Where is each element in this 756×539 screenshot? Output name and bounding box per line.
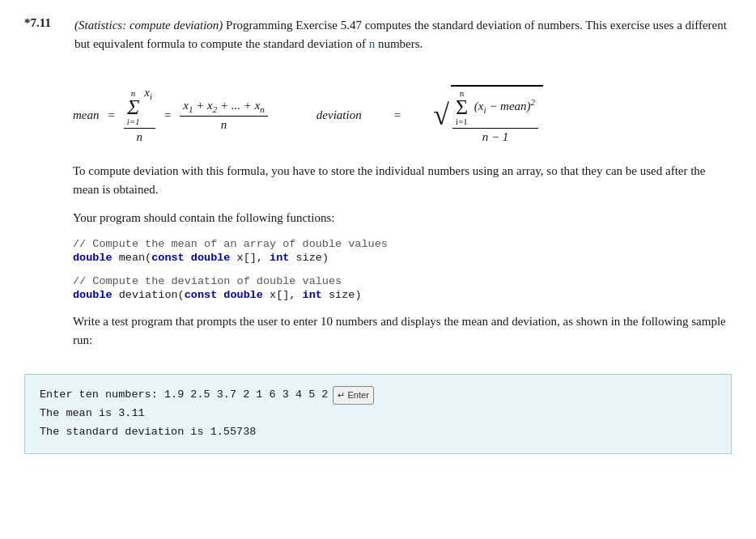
deviation-denominator: n − 1 — [479, 129, 512, 144]
code-block-1: // Compute the mean of an array of doubl… — [73, 238, 732, 264]
enter-key-button[interactable]: ↵ Enter — [333, 386, 373, 405]
equals-2: = — [164, 108, 172, 122]
x2-sub: 2 — [213, 104, 218, 114]
para2: Your program should contain the followin… — [73, 209, 732, 227]
deviation-label: deviation — [316, 108, 362, 122]
formula-mean: mean = n Σ i=1 xi n = x1 + x2 + ... + xn — [73, 86, 268, 144]
sample-line-3: The standard deviation is 1.55738 — [40, 423, 716, 442]
kw-double-4: double — [223, 289, 263, 301]
equals-1: = — [108, 108, 116, 122]
xi-sub: i — [150, 91, 152, 101]
code-block-2: // Compute the deviation of double value… — [73, 275, 732, 301]
dev-square: 2 — [531, 97, 536, 107]
sample-line-2: The mean is 3.11 — [40, 405, 716, 423]
mean-sigma-denom: n — [134, 129, 147, 144]
code-line-2: double deviation(const double x[], int s… — [73, 289, 732, 301]
kw-double-3: double — [73, 289, 113, 301]
mean-fraction-sigma: n Σ i=1 xi n — [124, 86, 155, 144]
sample-line-1: Enter ten numbers: 1.9 2.5 3.7 2 1 6 3 4… — [40, 386, 716, 405]
kw-const-1: const — [151, 252, 185, 264]
deviation-fraction: n Σ i=1 (xi − mean)2 n − 1 — [452, 88, 538, 144]
sample-run-box: Enter ten numbers: 1.9 2.5 3.7 2 1 6 3 4… — [24, 374, 732, 454]
problem-container: *7.11 (Statistics: compute deviation) Pr… — [24, 16, 732, 454]
x1-sub: 1 — [189, 104, 193, 114]
equals-3: = — [394, 108, 401, 122]
mean-label: mean — [73, 108, 100, 122]
problem-header: *7.11 (Statistics: compute deviation) Pr… — [24, 16, 732, 54]
sqrt-content: n Σ i=1 (xi − mean)2 n − 1 — [451, 85, 543, 146]
dev-expr: (xi − mean)2 — [474, 100, 535, 112]
para1: To compute deviation with this formula, … — [73, 162, 732, 200]
kw-double-2: double — [191, 252, 231, 264]
sqrt-symbol: √ — [433, 100, 449, 129]
xi-text: xi — [144, 86, 152, 99]
xn-sub: n — [260, 104, 265, 114]
problem-number: *7.11 — [24, 16, 65, 30]
mean-sigma-numerator: n Σ i=1 xi — [124, 86, 155, 129]
sigma-symbol: Σ — [127, 98, 139, 117]
formulas-row: mean = n Σ i=1 xi n = x1 + x2 + ... + xn — [73, 85, 732, 146]
dev-sigma-bottom: i=1 — [456, 117, 468, 126]
problem-desc-end: numbers. — [375, 37, 423, 50]
kw-int-1: int — [270, 252, 289, 264]
kw-const-2: const — [185, 289, 218, 301]
code-line-1: double mean(const double x[], int size) — [73, 252, 732, 264]
deviation-numerator: n Σ i=1 (xi − mean)2 — [452, 88, 538, 129]
mean-fraction-expand: x1 + x2 + ... + xn n — [180, 99, 268, 132]
mean-expand-denom: n — [218, 117, 231, 132]
dev-sigma-symbol: Σ — [456, 98, 468, 117]
dev-xi-sub: i — [483, 105, 486, 115]
code-comment-2: // Compute the deviation of double value… — [73, 275, 732, 287]
dev-sigma-bounds: n Σ i=1 — [456, 88, 468, 126]
code-comment-1: // Compute the mean of an array of doubl… — [73, 238, 732, 250]
para3: Write a test program that prompts the us… — [73, 312, 732, 350]
kw-double-1: double — [73, 252, 113, 264]
problem-title-italic: (Statistics: compute deviation) — [74, 19, 223, 32]
deviation-sqrt: √ n Σ i=1 (xi − mean)2 n − 1 — [433, 85, 543, 146]
sigma-bottom: i=1 — [127, 117, 140, 126]
mean-expand-numerator: x1 + x2 + ... + xn — [180, 99, 268, 117]
problem-description: (Statistics: compute deviation) Programm… — [74, 16, 732, 54]
kw-int-2: int — [303, 289, 322, 301]
sample-line1-text: Enter ten numbers: 1.9 2.5 3.7 2 1 6 3 4… — [40, 386, 328, 405]
sigma-with-bounds: n Σ i=1 — [127, 88, 140, 126]
